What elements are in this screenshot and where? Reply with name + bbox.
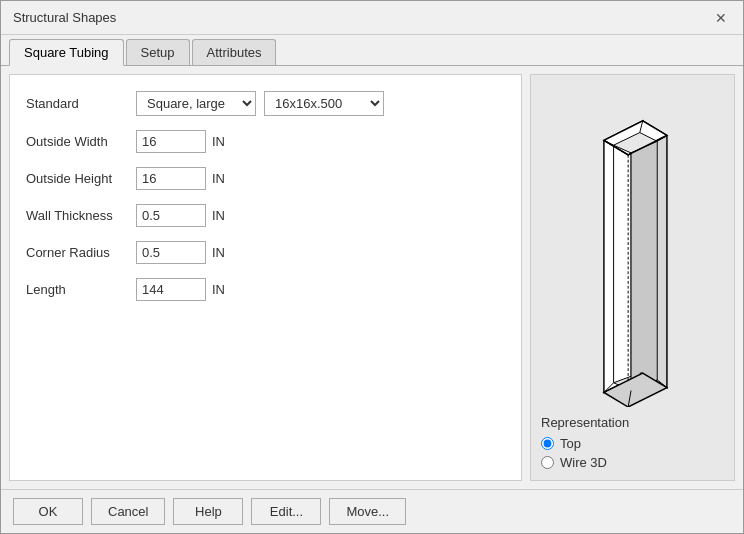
representation-title: Representation [541, 415, 724, 430]
standard-label: Standard [26, 96, 136, 111]
outside-width-label: Outside Width [26, 134, 136, 149]
outside-height-unit: IN [212, 171, 225, 186]
ok-button[interactable]: OK [13, 498, 83, 525]
tube-preview [578, 87, 688, 407]
length-input[interactable] [136, 278, 206, 301]
outside-width-input[interactable] [136, 130, 206, 153]
form-panel: Standard Square, large Square, small 16x… [9, 74, 522, 481]
corner-radius-label: Corner Radius [26, 245, 136, 260]
button-bar: OK Cancel Help Edit... Move... [1, 489, 743, 533]
tab-bar: Square Tubing Setup Attributes [1, 35, 743, 66]
wall-thickness-unit: IN [212, 208, 225, 223]
corner-radius-unit: IN [212, 245, 225, 260]
length-row: Length IN [26, 278, 505, 301]
outside-height-label: Outside Height [26, 171, 136, 186]
outside-width-unit: IN [212, 134, 225, 149]
corner-radius-input[interactable] [136, 241, 206, 264]
radio-wire3d[interactable] [541, 456, 554, 469]
wall-thickness-input[interactable] [136, 204, 206, 227]
preview-area [541, 85, 724, 409]
content-area: Standard Square, large Square, small 16x… [1, 66, 743, 489]
length-label: Length [26, 282, 136, 297]
size-select[interactable]: 16x16x.500 12x12x.500 [264, 91, 384, 116]
radio-wire3d-label: Wire 3D [560, 455, 607, 470]
radio-top-row[interactable]: Top [541, 436, 724, 451]
wall-thickness-row: Wall Thickness IN [26, 204, 505, 227]
wall-thickness-label: Wall Thickness [26, 208, 136, 223]
dialog-title: Structural Shapes [13, 10, 116, 25]
title-bar: Structural Shapes ✕ [1, 1, 743, 35]
tab-attributes[interactable]: Attributes [192, 39, 277, 65]
length-unit: IN [212, 282, 225, 297]
svg-marker-7 [631, 141, 657, 390]
tab-setup[interactable]: Setup [126, 39, 190, 65]
cancel-button[interactable]: Cancel [91, 498, 165, 525]
standard-row: Standard Square, large Square, small 16x… [26, 91, 505, 116]
help-button[interactable]: Help [173, 498, 243, 525]
outside-height-row: Outside Height IN [26, 167, 505, 190]
edit-button[interactable]: Edit... [251, 498, 321, 525]
radio-top[interactable] [541, 437, 554, 450]
radio-group: Top Wire 3D [541, 436, 724, 470]
radio-wire3d-row[interactable]: Wire 3D [541, 455, 724, 470]
move-button[interactable]: Move... [329, 498, 406, 525]
standard-select[interactable]: Square, large Square, small [136, 91, 256, 116]
tab-square-tubing[interactable]: Square Tubing [9, 39, 124, 66]
close-button[interactable]: ✕ [711, 8, 731, 28]
outside-height-input[interactable] [136, 167, 206, 190]
standard-selects: Square, large Square, small 16x16x.500 1… [136, 91, 384, 116]
structural-shapes-dialog: Structural Shapes ✕ Square Tubing Setup … [0, 0, 744, 534]
preview-panel: Representation Top Wire 3D [530, 74, 735, 481]
corner-radius-row: Corner Radius IN [26, 241, 505, 264]
outside-width-row: Outside Width IN [26, 130, 505, 153]
radio-top-label: Top [560, 436, 581, 451]
representation-section: Representation Top Wire 3D [541, 409, 724, 470]
